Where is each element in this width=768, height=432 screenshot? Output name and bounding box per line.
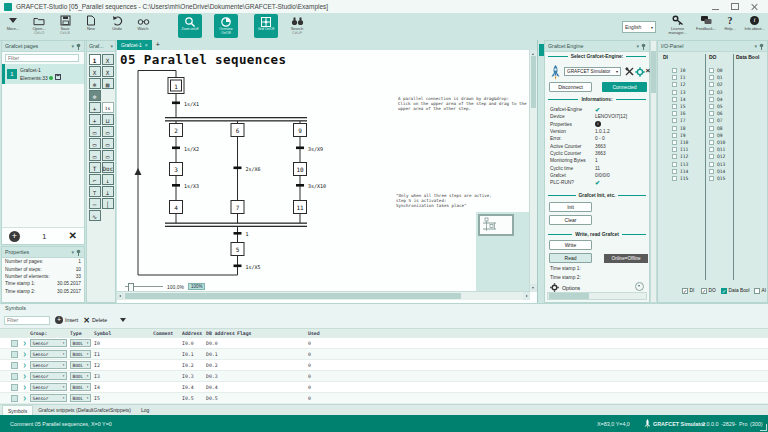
io-item[interactable]: Q15	[709, 175, 725, 182]
comment-parallel-connection[interactable]: A parallel connection is drawn by drag&d…	[398, 96, 527, 111]
group-select[interactable]: Sensor▾	[30, 383, 67, 391]
toolbox-tool[interactable]: ⊗	[89, 90, 101, 101]
toolbox-tool[interactable]: │	[102, 198, 114, 209]
read-button[interactable]: Read	[549, 253, 592, 263]
io-checkbox[interactable]	[709, 111, 714, 116]
io-checkbox[interactable]	[709, 68, 714, 73]
chevron-down-icon[interactable]: ▾	[71, 249, 74, 255]
io-item[interactable]: Q7	[709, 117, 725, 124]
io-item[interactable]: Q14	[709, 168, 725, 175]
tab-grafcet-snippets[interactable]: Grafcet snippets (DefaultGrafcetSnippets…	[33, 405, 136, 415]
symbol-table-row[interactable]: ❯Sensor▾BOOL▾I2I0.2D0.20	[0, 360, 768, 371]
io-checkbox[interactable]	[709, 133, 714, 138]
io-checkbox[interactable]	[709, 97, 714, 102]
io-filter-ai[interactable]: AI	[754, 288, 766, 294]
io-item[interactable]: I10	[672, 139, 688, 146]
io-item[interactable]: Q8	[709, 125, 725, 132]
add-page-button[interactable]: +	[9, 231, 20, 242]
clear-button[interactable]: Clear	[549, 215, 592, 225]
io-checkbox[interactable]	[672, 126, 677, 131]
toolbox-tool[interactable]: Doc	[102, 162, 114, 173]
group-select[interactable]: Sensor▾	[30, 372, 67, 380]
chevron-down-icon[interactable]: ▾	[71, 43, 74, 49]
io-filter-di[interactable]: ✓DI	[682, 288, 694, 294]
toolbox-tool[interactable]: ▨	[102, 78, 114, 89]
license-manager-button[interactable]: License manager...	[662, 13, 693, 35]
engine-horizontal-scrollbar[interactable]	[547, 292, 647, 300]
toolbox-tool[interactable]: X	[89, 66, 101, 77]
toolbox-tool[interactable]: 1	[89, 54, 101, 65]
engine-hscroll-thumb[interactable]	[549, 293, 589, 299]
engine-vertical-scrollbar[interactable]	[650, 40, 657, 303]
pin-icon[interactable]	[76, 43, 81, 50]
type-select[interactable]: BOOL▾	[70, 361, 91, 369]
minimize-button[interactable]	[712, 4, 719, 10]
io-checkbox[interactable]	[709, 176, 714, 181]
io-item[interactable]: I2	[672, 81, 688, 88]
io-item[interactable]: I9	[672, 132, 688, 139]
toolbox-tool[interactable]: 1s	[102, 102, 114, 113]
checkbox[interactable]: ✓	[721, 288, 727, 294]
io-item[interactable]: Q5	[709, 103, 725, 110]
grid-toggle-button[interactable]: Grid On/Off	[254, 14, 278, 38]
toolbox-tool[interactable]: ⊥	[102, 186, 114, 197]
overview-minimap[interactable]	[476, 212, 537, 292]
tools-icon[interactable]	[625, 67, 634, 76]
io-checkbox[interactable]	[672, 104, 677, 109]
io-checkbox[interactable]	[672, 154, 677, 159]
row-expander-icon[interactable]: ❯	[22, 395, 30, 401]
io-checkbox[interactable]	[672, 140, 677, 145]
checkbox[interactable]	[754, 288, 760, 294]
zoom-badge[interactable]: 100%	[188, 283, 206, 290]
toolbox-tool[interactable]: T	[89, 162, 101, 173]
io-checkbox[interactable]	[709, 90, 714, 95]
toolbox-tool[interactable]: +	[89, 102, 101, 113]
pin-icon[interactable]	[641, 43, 646, 50]
feedback-button[interactable]: Feedback...	[693, 13, 719, 31]
io-item[interactable]: I14	[672, 168, 688, 175]
pin-icon[interactable]	[759, 43, 764, 50]
disconnect-button[interactable]: Disconnect	[549, 82, 592, 92]
symbol-table-row[interactable]: ❯Sensor▾BOOL▾I3I0.3D0.30	[0, 371, 768, 382]
toolbox-tool[interactable]: ─	[89, 198, 101, 209]
new-button[interactable]: New	[78, 13, 104, 31]
group-select[interactable]: Sensor▾	[30, 350, 67, 358]
dropdown-arrow-icon[interactable]	[120, 318, 126, 322]
panel-splitter[interactable]	[537, 40, 544, 303]
io-checkbox[interactable]	[672, 176, 677, 181]
info-about-button[interactable]: i Info about...	[741, 13, 768, 31]
toolbox-tool[interactable]: ▭	[89, 126, 101, 137]
pin-icon[interactable]	[76, 249, 81, 256]
step-1[interactable]: 1	[168, 78, 184, 94]
io-item[interactable]: Q3	[709, 89, 725, 96]
checkbox[interactable]: ✓	[682, 288, 688, 294]
horizontal-scroll-thumb[interactable]	[125, 293, 461, 299]
connected-button[interactable]: Connected	[602, 82, 647, 92]
toolbox-tool[interactable]: ⊤	[89, 186, 101, 197]
more-button[interactable]: More...	[0, 13, 26, 31]
io-checkbox[interactable]	[709, 82, 714, 87]
row-checkbox[interactable]	[11, 340, 18, 347]
language-select[interactable]: English▾	[622, 21, 656, 33]
row-checkbox[interactable]	[11, 384, 18, 391]
io-item[interactable]: Q4	[709, 96, 725, 103]
io-checkbox[interactable]	[709, 118, 714, 123]
io-checkbox[interactable]	[672, 75, 677, 80]
toolbox-tool[interactable]: ⊔	[102, 114, 114, 125]
insert-button[interactable]: +Insert	[55, 316, 78, 324]
io-item[interactable]: I11	[672, 146, 688, 153]
row-expander-icon[interactable]: ❯	[22, 351, 30, 357]
save-button[interactable]: SaveCtrl+S	[52, 13, 78, 35]
watch-button[interactable]: Watch	[130, 13, 156, 31]
io-checkbox[interactable]	[672, 97, 677, 102]
symbols-filter-input[interactable]	[4, 316, 50, 325]
io-checkbox[interactable]	[709, 162, 714, 167]
row-expander-icon[interactable]: ❯	[22, 373, 30, 379]
io-checkbox[interactable]	[672, 162, 677, 167]
io-item[interactable]: Q0	[709, 67, 725, 74]
io-item[interactable]: I3	[672, 89, 688, 96]
io-item[interactable]: I0	[672, 67, 688, 74]
row-checkbox[interactable]	[11, 395, 18, 402]
type-select[interactable]: BOOL▾	[70, 350, 91, 358]
io-checkbox[interactable]	[709, 104, 714, 109]
